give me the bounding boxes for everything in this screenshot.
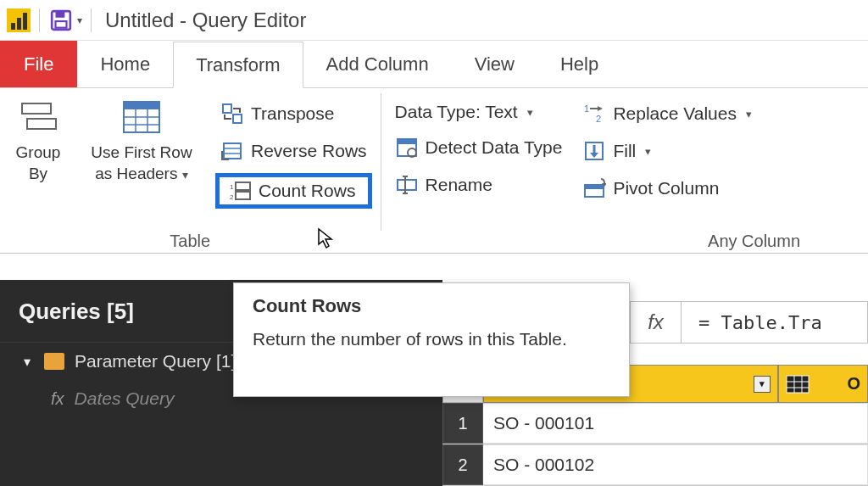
- use-first-row-label: Use First Rowas Headers ▾: [91, 142, 192, 184]
- svg-text:1: 1: [230, 183, 234, 191]
- data-type-label: Data Type: Text: [395, 102, 518, 122]
- queries-item-label: Parameter Query [1]: [75, 351, 236, 371]
- menu-tab-bar: File Home Transform Add Column View Help: [0, 41, 868, 88]
- pivot-column-button[interactable]: Pivot Column: [577, 173, 757, 204]
- replace-values-button[interactable]: 12 Replace Values ▾: [577, 98, 757, 129]
- tab-home[interactable]: Home: [77, 41, 173, 87]
- formula-text[interactable]: = Table.Tra: [692, 312, 822, 333]
- collapse-arrow-icon[interactable]: ▾: [24, 354, 31, 370]
- rename-icon: [395, 173, 419, 197]
- detect-data-type-button[interactable]: Detect Data Type: [390, 132, 568, 163]
- fill-label: Fill: [613, 141, 636, 161]
- group-label-table: Table: [8, 230, 372, 251]
- pivot-column-label: Pivot Column: [613, 178, 719, 198]
- svg-rect-21: [398, 139, 416, 144]
- data-type-button[interactable]: Data Type: Text ▾: [390, 98, 568, 126]
- save-icon: [50, 9, 72, 31]
- svg-rect-6: [124, 102, 159, 109]
- count-rows-label: Count Rows: [259, 181, 355, 201]
- fill-button[interactable]: Fill ▾: [577, 136, 757, 166]
- tab-help[interactable]: Help: [537, 41, 621, 87]
- group-by-label: GroupBy: [16, 142, 61, 184]
- column-header-label: O: [847, 374, 860, 394]
- qat-dropdown-icon[interactable]: ▾: [77, 14, 82, 26]
- row-number: 1: [442, 403, 483, 444]
- fx-button[interactable]: fx: [631, 302, 682, 343]
- svg-text:1: 1: [584, 103, 589, 114]
- separator: [39, 8, 40, 32]
- svg-marker-28: [598, 106, 603, 111]
- svg-rect-23: [398, 180, 416, 190]
- pivot-column-icon: [582, 176, 606, 200]
- tab-transform[interactable]: Transform: [173, 42, 303, 88]
- group-label-any-column: Any Column: [390, 230, 860, 251]
- svg-rect-11: [223, 104, 231, 113]
- window-title: Untitled - Query Editor: [105, 8, 306, 32]
- tooltip-title: Count Rows: [253, 295, 610, 317]
- app-logo-icon: [7, 8, 31, 32]
- svg-rect-13: [224, 143, 241, 159]
- formula-bar: fx = Table.Tra: [630, 301, 868, 344]
- group-by-button[interactable]: GroupBy: [8, 93, 68, 184]
- tooltip-body: Return the number of rows in this Table.: [253, 327, 610, 351]
- ribbon: GroupBy Use First Rowas Headers ▾: [0, 88, 868, 254]
- detect-data-type-label: Detect Data Type: [426, 137, 563, 158]
- replace-values-icon: 12: [582, 102, 606, 126]
- count-rows-icon: 1 2: [228, 179, 252, 203]
- cell-value[interactable]: SO - 000102: [483, 444, 868, 485]
- svg-rect-1: [56, 11, 65, 18]
- fill-icon: [582, 139, 606, 163]
- svg-rect-34: [585, 185, 604, 189]
- detect-data-type-icon: [395, 136, 419, 159]
- tooltip: Count Rows Return the number of rows in …: [233, 282, 630, 397]
- use-first-row-button[interactable]: Use First Rowas Headers ▾: [78, 93, 205, 184]
- fx-icon: fx: [51, 389, 64, 409]
- file-menu-button[interactable]: File: [0, 41, 77, 87]
- reverse-rows-icon: [220, 139, 244, 163]
- cell-value[interactable]: SO - 000101: [483, 403, 868, 444]
- transpose-icon: [220, 102, 244, 126]
- transpose-button[interactable]: Transpose: [215, 98, 372, 129]
- queries-item-label: Dates Query: [75, 388, 175, 409]
- svg-text:2: 2: [596, 114, 601, 124]
- svg-rect-18: [236, 182, 250, 190]
- svg-rect-4: [27, 119, 56, 129]
- table-row[interactable]: 2 SO - 000102: [442, 444, 868, 486]
- data-rows: 1 SO - 000101 2 SO - 000102: [442, 403, 868, 486]
- svg-marker-32: [590, 153, 598, 158]
- dropdown-arrow-icon: ▾: [746, 108, 752, 120]
- svg-text:2: 2: [230, 193, 234, 201]
- rename-button[interactable]: Rename: [390, 170, 568, 200]
- column-header[interactable]: O: [778, 365, 868, 403]
- ribbon-group-table: GroupBy Use First Rowas Headers ▾: [0, 88, 381, 253]
- svg-rect-2: [56, 21, 67, 28]
- table-row[interactable]: 1 SO - 000101: [442, 403, 868, 444]
- separator: [91, 8, 92, 32]
- rename-label: Rename: [426, 175, 492, 195]
- title-bar: ▾ Untitled - Query Editor: [0, 0, 868, 41]
- use-first-row-icon: [122, 98, 161, 137]
- reverse-rows-label: Reverse Rows: [251, 141, 367, 161]
- ribbon-group-any-column: Data Type: Text ▾ Detect Data Type Renam…: [381, 88, 868, 253]
- count-rows-button[interactable]: 1 2 Count Rows: [215, 173, 372, 209]
- transpose-label: Transpose: [251, 103, 334, 124]
- tab-add-column[interactable]: Add Column: [303, 41, 452, 87]
- svg-rect-36: [787, 376, 809, 393]
- svg-rect-3: [22, 103, 51, 114]
- replace-values-label: Replace Values: [613, 103, 737, 124]
- svg-rect-19: [236, 192, 250, 199]
- folder-icon: [44, 353, 64, 370]
- dropdown-arrow-icon: ▾: [645, 145, 651, 158]
- group-by-icon: [19, 98, 58, 137]
- dropdown-arrow-icon: ▾: [527, 106, 533, 119]
- svg-rect-12: [233, 115, 242, 123]
- row-number: 2: [442, 444, 483, 485]
- column-filter-dropdown-icon[interactable]: ▾: [754, 376, 771, 393]
- tab-view[interactable]: View: [452, 41, 537, 87]
- reverse-rows-button[interactable]: Reverse Rows: [215, 136, 372, 166]
- save-button[interactable]: [48, 8, 74, 33]
- column-type-icon: [786, 375, 810, 394]
